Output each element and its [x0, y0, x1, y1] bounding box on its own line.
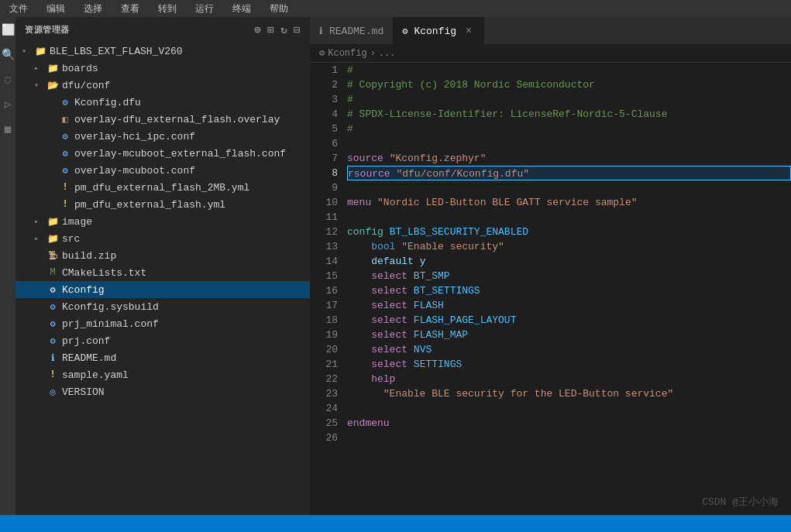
dfu-arrow: ▾ — [34, 81, 46, 90]
sidebar-tree: ▾ 📁 BLE_LBS_EXT_FLASH_V260 ▸ 📁 boards ▾ … — [15, 43, 310, 515]
src-folder-icon: 📁 — [46, 232, 59, 245]
menu-run[interactable]: 运行 — [192, 1, 217, 17]
version-icon: ◎ — [46, 386, 59, 398]
sidebar-item-kconfig-dfu[interactable]: ▸ ⚙ Kconfig.dfu — [15, 94, 310, 111]
readme-label: README.md — [62, 352, 116, 364]
sidebar-item-readme[interactable]: ▸ ℹ README.md — [15, 349, 310, 366]
ln-4: 4 — [316, 107, 338, 122]
tab-kconfig-close[interactable]: × — [463, 25, 475, 37]
prj-conf-icon: ⚙ — [46, 335, 59, 347]
src-arrow: ▸ — [34, 234, 46, 243]
dfu-folder-icon: 📂 — [46, 79, 59, 91]
code-line-8: rsource "dfu/conf/Kconfig.dfu" — [347, 166, 791, 180]
line-numbers: 1 2 3 4 5 6 7 8 9 10 11 12 13 14 15 16 1… — [310, 63, 347, 515]
sample-yaml-label: sample.yaml — [62, 369, 129, 381]
new-folder-icon[interactable]: ⊞ — [267, 23, 274, 36]
root-folder-icon: 📁 — [34, 45, 46, 57]
refresh-icon[interactable]: ↻ — [280, 23, 287, 36]
build-zip-label: build.zip — [62, 250, 116, 262]
code-line-17: select FLASH — [347, 298, 791, 313]
code-line-3: # — [347, 92, 791, 107]
sidebar-item-prj-minimal[interactable]: ▸ ⚙ prj_minimal.conf — [15, 315, 310, 332]
menu-select[interactable]: 选择 — [81, 1, 105, 17]
new-file-icon[interactable]: ⊕ — [254, 23, 261, 36]
activity-git[interactable]: ◌ — [2, 73, 14, 85]
activity-search[interactable]: 🔍 — [2, 48, 14, 60]
code-line-20: select NVS — [347, 342, 791, 357]
breadcrumb: ⚙ Kconfig › ... — [310, 44, 791, 63]
breadcrumb-ellipsis[interactable]: ... — [379, 48, 396, 59]
overlay-mcuboot-ext-label: overlay-mcuboot_external_flash.conf — [74, 148, 286, 160]
ln-26: 26 — [316, 431, 338, 445]
ln-15: 15 — [316, 269, 338, 283]
menu-terminal[interactable]: 终端 — [229, 1, 254, 17]
version-label: VERSION — [62, 386, 105, 398]
ln-3: 3 — [316, 92, 338, 107]
collapse-icon[interactable]: ⊟ — [294, 23, 301, 36]
prj-minimal-label: prj_minimal.conf — [62, 318, 159, 330]
breadcrumb-kconfig[interactable]: Kconfig — [328, 48, 366, 59]
tab-kconfig[interactable]: ⚙ Kconfig × — [393, 17, 484, 44]
sidebar-item-boards[interactable]: ▸ 📁 boards — [15, 60, 310, 77]
sidebar-item-dfu-conf[interactable]: ▾ 📂 dfu/conf — [15, 77, 310, 94]
sidebar-item-sample-yaml[interactable]: ▸ ! sample.yaml — [15, 366, 310, 383]
overlay-dfu-label: overlay-dfu_external_flash.overlay — [74, 114, 280, 125]
ln-11: 11 — [316, 210, 338, 225]
overlay-dfu-icon: ◧ — [59, 113, 71, 125]
code-line-12: config BT_LBS_SECURITY_ENABLED — [347, 225, 791, 239]
boards-arrow: ▸ — [34, 63, 46, 73]
image-folder-icon: 📁 — [46, 215, 59, 228]
sidebar-item-pm-2mb[interactable]: ▸ ! pm_dfu_external_flash_2MB.yml — [15, 179, 310, 196]
code-content: # # Copyright (c) 2018 Nordic Semiconduc… — [347, 63, 791, 515]
activity-extensions[interactable]: ▦ — [2, 122, 14, 135]
sidebar-item-overlay-mcuboot-ext[interactable]: ▸ ⚙ overlay-mcuboot_external_flash.conf — [15, 145, 310, 162]
sidebar-item-cmake[interactable]: ▸ M CMakeLists.txt — [15, 264, 310, 281]
tab-readme[interactable]: ℹ README.md — [310, 17, 393, 44]
code-line-6 — [347, 136, 791, 151]
ln-10: 10 — [316, 195, 338, 210]
menu-help[interactable]: 帮助 — [267, 1, 291, 17]
prj-conf-label: prj.conf — [62, 335, 110, 347]
menu-view[interactable]: 查看 — [118, 1, 143, 17]
pm-flash-label: pm_dfu_external_flash.yml — [74, 199, 225, 211]
sidebar-item-overlay-dfu[interactable]: ▸ ◧ overlay-dfu_external_flash.overlay — [15, 111, 310, 128]
sidebar-title: 资源管理器 — [25, 24, 70, 36]
boards-folder-icon: 📁 — [46, 62, 59, 74]
code-line-19: select FLASH_MAP — [347, 328, 791, 342]
status-bar — [0, 515, 791, 532]
ln-5: 5 — [316, 122, 338, 136]
code-line-14: default y — [347, 254, 791, 269]
sidebar-item-version[interactable]: ▸ ◎ VERSION — [15, 383, 310, 400]
sidebar-item-pm-flash[interactable]: ▸ ! pm_dfu_external_flash.yml — [15, 196, 310, 213]
pm-2mb-label: pm_dfu_external_flash_2MB.yml — [74, 182, 249, 194]
sidebar-item-build-zip[interactable]: ▸ 🗜 build.zip — [15, 247, 310, 264]
code-editor[interactable]: 1 2 3 4 5 6 7 8 9 10 11 12 13 14 15 16 1… — [310, 63, 791, 515]
kconfig-sysbuild-label: Kconfig.sysbuild — [62, 301, 159, 313]
sidebar-item-root[interactable]: ▾ 📁 BLE_LBS_EXT_FLASH_V260 — [15, 43, 310, 60]
sidebar-item-kconfig[interactable]: ▸ ⚙ Kconfig — [15, 281, 310, 298]
sidebar-item-overlay-hci[interactable]: ▸ ⚙ overlay-hci_ipc.conf — [15, 128, 310, 145]
kconfig-dfu-label: Kconfig.dfu — [74, 97, 141, 108]
menu-edit[interactable]: 编辑 — [43, 1, 68, 17]
ln-24: 24 — [316, 401, 338, 416]
sidebar-item-kconfig-sysbuild[interactable]: ▸ ⚙ Kconfig.sysbuild — [15, 298, 310, 315]
menu-file[interactable]: 文件 — [6, 1, 31, 17]
sidebar-item-prj-conf[interactable]: ▸ ⚙ prj.conf — [15, 332, 310, 349]
sample-yaml-icon: ! — [46, 369, 59, 381]
activity-explorer[interactable]: ⬜ — [2, 23, 14, 36]
ln-18: 18 — [316, 313, 338, 328]
code-line-23: "Enable BLE security for the LED-Button … — [347, 386, 791, 401]
sidebar-item-image[interactable]: ▸ 📁 image — [15, 213, 310, 230]
sidebar-item-src[interactable]: ▸ 📁 src — [15, 230, 310, 247]
sidebar-item-overlay-mcuboot[interactable]: ▸ ⚙ overlay-mcuboot.conf — [15, 162, 310, 179]
kconfig-dfu-icon: ⚙ — [59, 96, 71, 108]
activity-debug[interactable]: ▷ — [2, 98, 14, 110]
menu-goto[interactable]: 转到 — [155, 1, 180, 17]
readme-icon: ℹ — [46, 352, 59, 364]
code-line-4: # SPDX-License-Identifier: LicenseRef-No… — [347, 107, 791, 122]
ln-13: 13 — [316, 239, 338, 254]
tab-readme-label: README.md — [329, 26, 383, 37]
activity-bar: ⬜ 🔍 ◌ ▷ ▦ — [0, 17, 15, 515]
ln-23: 23 — [316, 386, 338, 401]
code-line-1: # — [347, 63, 791, 77]
